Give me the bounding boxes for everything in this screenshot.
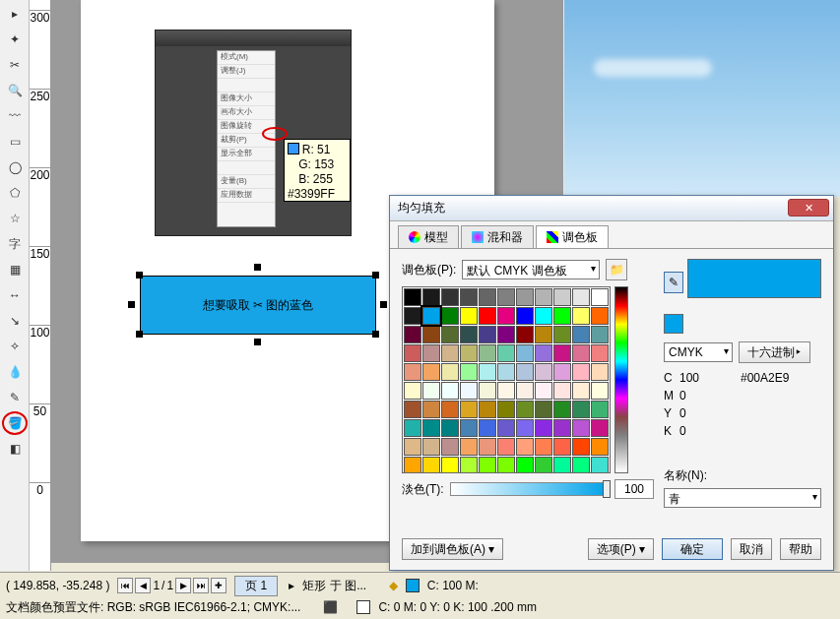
zoom-tool[interactable]: 🔍 [2,79,28,102]
swatch[interactable] [479,307,496,325]
swatch[interactable] [422,419,440,437]
swatch[interactable] [422,457,440,473]
swatch[interactable] [441,288,459,306]
swatch[interactable] [422,363,440,381]
swatch[interactable] [591,401,609,418]
help-button[interactable]: 帮助 [780,538,821,560]
ok-button[interactable]: 确定 [662,538,723,560]
swatch[interactable] [479,419,496,437]
swatch[interactable] [591,382,609,400]
swatch[interactable] [404,326,421,343]
interactive-fill-tool[interactable]: ◧ [2,437,28,461]
swatch[interactable] [404,288,421,306]
hex-button[interactable]: 十六进制‣ [739,341,810,363]
swatch[interactable] [591,363,609,381]
connector-tool[interactable]: ↘ [2,309,28,333]
swatch[interactable] [404,401,421,418]
selected-rectangle[interactable]: 想要吸取 ✂ 图的蓝色 [140,276,376,335]
swatch[interactable] [460,419,478,437]
swatch[interactable] [516,457,534,473]
table-tool[interactable]: ▦ [2,258,28,281]
palette-combo[interactable]: 默认 CMYK 调色板 [462,260,600,279]
swatch[interactable] [422,288,440,306]
swatch[interactable] [497,419,515,437]
swatch[interactable] [479,401,496,418]
open-palette-icon[interactable]: 📁 [606,259,627,280]
swatch[interactable] [404,438,421,456]
swatch[interactable] [460,307,478,325]
swatch[interactable] [553,401,571,418]
swatch[interactable] [535,307,552,325]
swatch[interactable] [404,457,421,473]
shape-tool[interactable]: ✦ [2,28,28,51]
dialog-titlebar[interactable]: 均匀填充 ✕ [390,196,833,221]
outline-swatch-icon[interactable] [356,600,370,614]
swatch[interactable] [591,326,609,343]
swatch[interactable] [460,438,478,456]
swatch[interactable] [479,382,496,400]
ellipse-tool[interactable]: ◯ [2,155,28,179]
color-mode-combo[interactable]: CMYK [664,342,733,362]
swatch[interactable] [422,382,440,400]
swatch[interactable] [479,457,496,473]
color-name-combo[interactable]: 青 [664,488,821,508]
swatch[interactable] [497,326,515,343]
pick-tool[interactable]: ▸ [2,2,28,26]
tint-value[interactable]: 100 [614,479,654,499]
nav-next[interactable]: ▶ [175,578,191,593]
swatch[interactable] [441,401,459,418]
swatch[interactable] [441,438,459,456]
swatch[interactable] [535,382,552,400]
swatch[interactable] [479,344,496,362]
swatch[interactable] [404,363,421,381]
swatch[interactable] [535,326,552,343]
text-tool[interactable]: 字 [2,232,28,256]
swatch[interactable] [441,457,459,473]
swatch[interactable] [460,288,478,306]
outline-tool[interactable]: ✎ [2,386,28,409]
swatch[interactable] [441,419,459,437]
swatch[interactable] [404,307,421,325]
swatch[interactable] [460,457,478,473]
swatch[interactable] [553,419,571,437]
swatch[interactable] [553,363,571,381]
effects-tool[interactable]: ✧ [2,335,28,358]
eyedropper-tool[interactable]: 💧 [2,360,28,384]
cancel-button[interactable]: 取消 [731,538,772,560]
close-button[interactable]: ✕ [788,199,829,217]
nav-first[interactable]: ⏮ [117,578,133,593]
swatch[interactable] [479,363,496,381]
swatch[interactable] [553,288,571,306]
swatch[interactable] [572,326,590,343]
swatch[interactable] [497,344,515,362]
swatch[interactable] [535,457,552,473]
swatch[interactable] [497,457,515,473]
swatch[interactable] [422,326,440,343]
options-button[interactable]: 选项(P) ▾ [588,538,654,560]
swatch[interactable] [497,288,515,306]
swatch[interactable] [535,344,552,362]
swatch[interactable] [535,401,552,418]
swatch[interactable] [572,363,590,381]
swatch[interactable] [535,288,552,306]
rect-tool[interactable]: ▭ [2,130,28,154]
swatch[interactable] [441,344,459,362]
swatch[interactable] [516,438,534,456]
swatch[interactable] [516,382,534,400]
swatch[interactable] [591,438,609,456]
swatch[interactable] [441,382,459,400]
swatch[interactable] [572,419,590,437]
nav-last[interactable]: ⏭ [193,578,209,593]
swatch[interactable] [591,288,609,306]
swatch[interactable] [591,457,609,473]
swatch[interactable] [553,457,571,473]
swatch[interactable] [516,344,534,362]
swatch[interactable] [553,344,571,362]
swatch[interactable] [572,382,590,400]
swatch[interactable] [553,438,571,456]
swatch[interactable] [572,438,590,456]
freehand-tool[interactable]: 〰 [2,104,28,128]
swatch[interactable] [516,307,534,325]
swatch[interactable] [441,307,459,325]
dimension-tool[interactable]: ↔ [2,283,28,307]
